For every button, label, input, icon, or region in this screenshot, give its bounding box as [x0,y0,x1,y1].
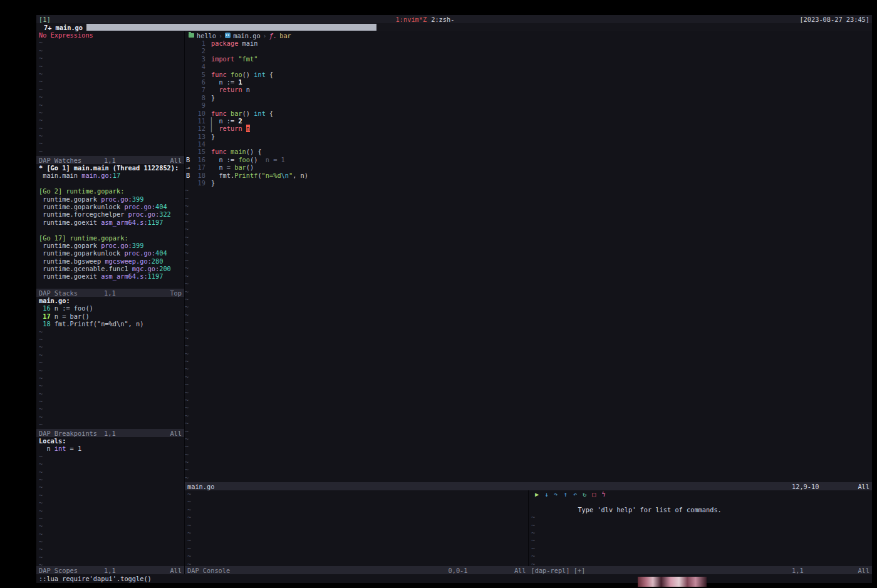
breakpoint-entry[interactable]: 17 n = bar() [39,312,184,320]
code-line[interactable]: 12▏ return n [185,125,872,132]
code-editor[interactable]: 1package main23import "fmt"45func foo() … [185,39,872,482]
breadcrumb-folder[interactable]: hello [197,32,216,39]
editor-statusline: main.go 12,9-10 All [185,482,872,490]
tmux-window-nvim[interactable]: 1:nvim*Z [396,16,427,23]
code-line[interactable]: 15func main() { [185,148,872,155]
tilde-line: ~ [187,490,528,498]
stack-entry[interactable]: main.main main.go:17 [39,172,184,179]
breakpoint-sign[interactable]: B [185,156,193,163]
disconnect-button[interactable]: ϟ [601,490,605,498]
code-line[interactable]: 3import "fmt" [185,55,872,63]
code-text [205,47,211,54]
play-button[interactable]: ▶ [535,490,539,498]
tilde-line: ~ [39,351,184,359]
repl-message-line: Type 'dlv help' for list of commands. [531,498,872,505]
tilde-line: ~ [185,389,872,396]
code-line[interactable]: 5func foo() int { [185,71,872,78]
code-line[interactable]: 1package main [185,39,872,47]
breakpoint-sign[interactable]: B [185,172,193,179]
code-line[interactable]: 6 n := 1 [185,78,872,86]
code-line[interactable]: B16 n := foo() n = 1 [185,156,872,163]
step-back-button[interactable]: ↶ [573,490,577,498]
tilde-line: ~ [185,195,872,202]
code-text: func main() { [205,148,262,155]
tilde-line: ~ [531,513,872,521]
code-line[interactable]: 4 [185,63,872,70]
cursor-position: 1,1 [104,567,160,574]
breakpoint-entry[interactable]: 18 fmt.Printf("n=%d\n", n) [39,320,184,328]
tilde-line: ~ [187,522,528,529]
code-line[interactable]: 19} [185,179,872,187]
code-line[interactable]: 13} [185,133,872,140]
step-into-button[interactable]: ↓ [544,490,548,498]
tilde-line: ~ [187,513,528,521]
tilde-line: ~ [39,148,184,155]
cursor-position: 1,1 [104,430,160,437]
scope-variable[interactable]: Locals: [39,437,184,445]
line-number: 5 [193,71,205,78]
render-artifact [638,577,707,587]
stack-entry[interactable]: runtime.gcenable.func1 mgc.go:200 [39,265,184,272]
breadcrumb-file[interactable]: main.go [233,32,260,39]
tilde-line: ~ [185,225,872,233]
code-text: } [205,133,215,140]
code-line[interactable]: 9 [185,101,872,109]
stack-entry[interactable]: runtime.goexit asm_arm64.s:1197 [39,272,184,280]
stack-entry[interactable]: * [Go 1] main.main (Thread 1122852): [39,164,184,172]
tilde-line: ~ [39,413,184,421]
stopped-line-sign[interactable]: → [185,163,193,171]
step-out-button[interactable]: ↑ [564,490,568,498]
tilde-line: ~ [185,365,872,373]
tilde-line: ~ [39,545,184,553]
run-last-button[interactable]: ↻ [583,490,586,498]
tilde-line: ~ [39,328,184,336]
code-line[interactable]: 2 [185,47,872,54]
stack-entry[interactable]: runtime.gopark proc.go:399 [39,195,184,203]
code-line[interactable]: 7 return n [185,86,872,93]
code-line[interactable]: 8} [185,94,872,101]
code-line[interactable]: 14 [185,140,872,148]
code-line[interactable]: →17 n = bar() [185,163,872,171]
buffer-tab[interactable]: 7+ main.go [39,24,85,31]
stack-entry[interactable]: runtime.goparkunlock proc.go:404 [39,203,184,210]
terminal-window: [1] 1:nvim*Z 2:zsh- [2023-08-27 23:45] 7… [36,15,872,583]
step-over-button[interactable]: ↷ [554,490,558,498]
tilde-line: ~ [39,405,184,413]
stack-entry[interactable]: runtime.gopark proc.go:399 [39,242,184,249]
stack-entry[interactable]: runtime.forcegchelper proc.go:322 [39,210,184,218]
statusline-filename: main.go [187,483,214,490]
tilde-line: ~ [185,466,872,473]
tilde-line: ~ [187,545,528,552]
code-text: import "fmt" [205,55,257,63]
code-line[interactable]: B18 fmt.Printf("n=%d\n", n) [185,172,872,179]
dap-stacks-panel: * [Go 1] main.main (Thread 1122852): mai… [36,164,184,289]
tmux-window-zsh[interactable]: 2:zsh- [431,16,454,23]
tilde-line: ~ [39,390,184,398]
tilde-line: ~ [39,39,184,46]
watch-entry[interactable]: No Expressions [39,31,184,39]
function-icon: ƒ. [269,32,277,39]
tilde-line: ~ [39,63,184,70]
tilde-line: ~ [39,70,184,78]
tilde-line: ~ [39,382,184,389]
tilde-line: ~ [39,499,184,507]
stack-entry[interactable]: runtime.goparkunlock proc.go:404 [39,249,184,257]
stack-entry[interactable]: runtime.bgsweep mgcsweep.go:280 [39,257,184,265]
scope-variable[interactable]: n int = 1 [39,445,184,452]
stack-entry[interactable]: runtime.goexit asm_arm64.s:1197 [39,219,184,226]
tilde-line: ~ [39,367,184,374]
command-line[interactable]: ::lua require'dapui'.toggle() [36,574,872,583]
tilde-line: ~ [185,443,872,450]
code-line[interactable]: 11▏ n := 2 [185,117,872,125]
code-text: func bar() int { [205,110,273,117]
breakpoint-entry[interactable]: 16 n := foo() [39,304,184,312]
terminate-button[interactable]: □ [592,490,596,498]
scroll-indicator: All [848,567,869,574]
line-number: 15 [193,148,205,155]
stack-entry[interactable]: [Go 2] runtime.gopark: [39,187,184,195]
breadcrumb-symbol[interactable]: bar [279,32,291,39]
breakpoint-entry[interactable]: main.go: [39,297,184,304]
line-number: 3 [193,55,205,63]
stack-entry[interactable]: [Go 17] runtime.gopark: [39,234,184,242]
code-line[interactable]: 10func bar() int { [185,110,872,117]
